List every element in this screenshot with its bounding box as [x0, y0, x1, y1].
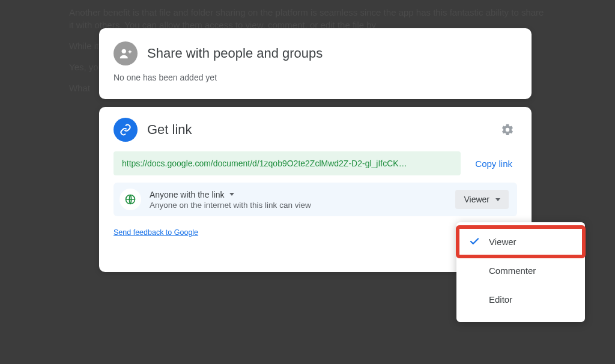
menu-item-commenter[interactable]: Commenter [456, 256, 585, 285]
share-url[interactable]: https://docs.google.com/document/d/1zqob… [114, 151, 461, 175]
chevron-down-icon [495, 198, 500, 201]
scope-title: Anyone with the link [150, 190, 225, 199]
scope-description: Anyone on the internet with this link ca… [150, 201, 447, 210]
scope-text-block: Anyone with the link Anyone on the inter… [150, 190, 447, 210]
scope-dropdown[interactable]: Anyone with the link [150, 190, 447, 199]
chevron-down-icon [229, 193, 234, 196]
gear-icon [501, 123, 514, 136]
role-label: Viewer [464, 195, 489, 204]
menu-item-label: Viewer [489, 237, 517, 247]
link-card-header: Get link [99, 107, 532, 148]
person-add-icon [114, 41, 138, 65]
share-title: Share with people and groups [147, 46, 323, 61]
globe-icon [120, 189, 141, 210]
copy-link-button[interactable]: Copy link [470, 151, 517, 175]
share-subtext: No one has been added yet [99, 73, 532, 82]
svg-point-0 [122, 49, 126, 53]
share-people-card: Share with people and groups No one has … [99, 28, 532, 99]
menu-item-label: Commenter [489, 265, 536, 276]
menu-item-label: Editor [489, 294, 512, 305]
role-dropdown-menu: Viewer Commenter Editor [456, 222, 585, 322]
menu-item-viewer[interactable]: Viewer [456, 227, 585, 256]
link-settings-button[interactable] [498, 120, 517, 139]
link-scope-row: Anyone with the link Anyone on the inter… [114, 183, 517, 216]
link-icon [114, 118, 138, 142]
menu-item-editor[interactable]: Editor [456, 285, 585, 314]
url-row: https://docs.google.com/document/d/1zqob… [114, 151, 517, 175]
get-link-title: Get link [147, 122, 498, 138]
check-icon [468, 236, 480, 247]
role-dropdown-button[interactable]: Viewer [455, 190, 509, 209]
send-feedback-link[interactable]: Send feedback to Google [114, 228, 198, 237]
share-card-header: Share with people and groups [99, 28, 532, 70]
